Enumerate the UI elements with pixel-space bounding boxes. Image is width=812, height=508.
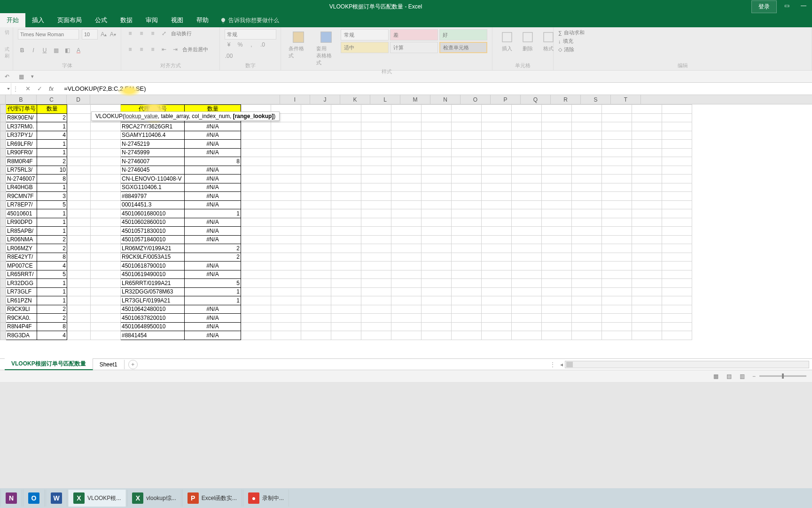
cell-B[interactable]: 45010601 xyxy=(6,209,37,218)
fill-button[interactable]: ↓填充 xyxy=(558,38,573,45)
tab-insert[interactable]: 插入 xyxy=(25,13,51,27)
formula-input[interactable]: =VLOOKUP(F2,B:C,2,FALSE) xyxy=(62,85,812,92)
col-T[interactable]: T xyxy=(611,95,641,104)
clear-button[interactable]: ◇清除 xyxy=(558,46,574,53)
cell-G[interactable]: #N/A xyxy=(185,305,241,314)
cell-G[interactable]: #N/A xyxy=(185,331,241,340)
cell-B[interactable]: LR37PY1/ xyxy=(6,131,37,140)
cell-B[interactable]: LR06MZY xyxy=(6,244,37,253)
cell-G[interactable]: #N/A xyxy=(185,218,241,227)
col-L[interactable]: L xyxy=(370,95,400,104)
cell-B[interactable]: MP007CE xyxy=(6,262,37,270)
cell-F[interactable]: LR06MZY/0199A21 xyxy=(121,244,185,253)
cell-B[interactable]: LR90FR0/ xyxy=(6,148,37,157)
cell-F[interactable]: R9CA27Y/3626GR1 xyxy=(121,122,185,131)
style-neutral[interactable]: 适中 xyxy=(341,42,389,53)
cell-F[interactable]: 45010571840010 xyxy=(121,235,185,244)
border-icon[interactable]: ▦ xyxy=(52,46,60,55)
cell-F[interactable]: SGAMY110406.4 xyxy=(121,131,185,140)
cell-G[interactable]: #N/A xyxy=(185,183,241,192)
login-button[interactable]: 登录 xyxy=(751,0,777,13)
cell-C[interactable]: 5 xyxy=(37,270,67,279)
cell-G[interactable]: 1 xyxy=(185,287,241,296)
tell-me[interactable]: 告诉我你想要做什么 xyxy=(215,14,284,27)
cell-F[interactable]: LR73GLF/0199A21 xyxy=(121,296,185,305)
sheet-tab-2[interactable]: Sheet1 xyxy=(93,360,125,369)
col-J[interactable]: J xyxy=(310,95,340,104)
cell-G[interactable]: 1 xyxy=(185,209,241,218)
cell-C[interactable]: 5 xyxy=(37,200,67,209)
cell-C[interactable]: 2 xyxy=(37,305,67,314)
align-left-icon[interactable]: ≡ xyxy=(126,45,134,54)
cell-C[interactable]: 1 xyxy=(37,148,67,157)
increase-font-icon[interactable]: A▴ xyxy=(101,30,107,39)
cell-B[interactable]: N-2746007 xyxy=(6,175,37,183)
cell-C[interactable]: 2 xyxy=(37,157,67,166)
cell-C[interactable]: 1 xyxy=(37,287,67,296)
cell-B[interactable]: LR61PZN xyxy=(6,296,37,305)
cell-G[interactable]: 2 xyxy=(185,244,241,253)
comma-icon[interactable]: , xyxy=(247,40,256,49)
cell-B[interactable]: LR73GLF xyxy=(6,287,37,296)
cell-C[interactable]: 1 xyxy=(37,296,67,305)
cell-B[interactable]: R9CKA0. xyxy=(6,314,37,323)
col-C[interactable]: C xyxy=(37,95,67,104)
cell-B[interactable]: R8E42YT/ xyxy=(6,253,37,262)
cell-G[interactable]: #N/A xyxy=(185,166,241,175)
cell-F[interactable]: LR32DGG/0578M63 xyxy=(121,287,185,296)
tab-view[interactable]: 视图 xyxy=(164,13,190,27)
horizontal-scrollbar[interactable] xyxy=(565,361,809,368)
indent-dec-icon[interactable]: ⇤ xyxy=(160,45,168,54)
add-sheet-button[interactable]: + xyxy=(128,360,138,369)
cell-F[interactable]: 45010642480010 xyxy=(121,305,185,314)
cell-G[interactable]: #N/A xyxy=(185,122,241,131)
bold-icon[interactable]: B xyxy=(18,46,26,55)
cell-C[interactable]: 2 xyxy=(37,244,67,253)
decrease-font-icon[interactable]: A▾ xyxy=(110,30,117,39)
cell-G[interactable]: #N/A xyxy=(185,262,241,270)
cell-G[interactable]: #N/A xyxy=(185,235,241,244)
insert-cells-button[interactable]: 插入 xyxy=(497,29,517,53)
number-format-select[interactable] xyxy=(225,29,276,40)
cell-G[interactable]: #N/A xyxy=(185,270,241,279)
cell-G[interactable]: #N/A xyxy=(185,192,241,201)
cell-C[interactable]: 1 xyxy=(37,209,67,218)
font-size-input[interactable] xyxy=(82,29,98,40)
cell-G[interactable]: #N/A xyxy=(185,314,241,323)
style-calc[interactable]: 计算 xyxy=(390,42,438,53)
cell-B[interactable]: LR69LFR/ xyxy=(6,140,37,149)
font-name-input[interactable] xyxy=(18,29,79,40)
cell-F[interactable]: 45010571830010 xyxy=(121,227,185,236)
cell-C[interactable]: 4 xyxy=(37,331,67,340)
col-B[interactable]: B xyxy=(6,95,37,104)
orientation-icon[interactable]: ⤢ xyxy=(160,29,168,38)
cell-B[interactable]: R9CK9LI xyxy=(6,305,37,314)
cancel-edit-icon[interactable]: ✕ xyxy=(25,85,31,92)
dec-decimal-icon[interactable]: .00 xyxy=(225,52,233,60)
style-check[interactable]: 检查单元格 xyxy=(439,42,487,53)
italic-icon[interactable]: I xyxy=(29,46,38,55)
cell-G[interactable]: #N/A xyxy=(185,148,241,157)
zoom-slider[interactable] xyxy=(759,375,806,377)
cell-C[interactable]: 1 xyxy=(37,279,67,288)
style-bad[interactable]: 差 xyxy=(390,29,438,40)
cell-F[interactable]: 45010619490010 xyxy=(121,270,185,279)
header-left-order[interactable]: 代理订单号 xyxy=(6,105,37,114)
cell-C[interactable]: 3 xyxy=(37,192,67,201)
tooltip-arg-lookup-value[interactable]: lookup_value xyxy=(125,113,158,119)
tab-home[interactable]: 开始 xyxy=(0,13,25,27)
cell-G[interactable]: #N/A xyxy=(185,140,241,149)
cell-C[interactable]: 2 xyxy=(37,235,67,244)
cell-B[interactable]: R8M0R4F xyxy=(6,157,37,166)
cell-C[interactable]: 1 xyxy=(37,140,67,149)
style-normal[interactable]: 常规 xyxy=(341,29,389,40)
col-P[interactable]: P xyxy=(491,95,521,104)
cell-G[interactable]: #N/A xyxy=(185,322,241,331)
cell-B[interactable]: LR85APB/ xyxy=(6,227,37,236)
col-K[interactable]: K xyxy=(340,95,370,104)
cell-B[interactable]: LR90DPD xyxy=(6,218,37,227)
cell-F[interactable]: 45010648950010 xyxy=(121,322,185,331)
col-I[interactable]: I xyxy=(280,95,310,104)
tab-data[interactable]: 数据 xyxy=(114,13,139,27)
cell-G[interactable]: 5 xyxy=(185,279,241,288)
